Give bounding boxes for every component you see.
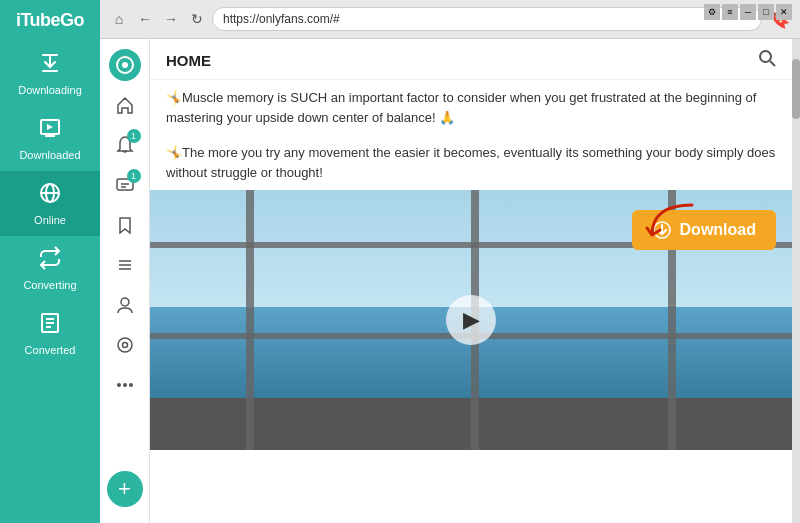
nav-circle[interactable]: [109, 329, 141, 361]
svg-point-22: [117, 383, 121, 387]
page-title: HOME: [166, 52, 211, 69]
back-button[interactable]: ←: [134, 8, 156, 30]
arrow-indicator: [642, 200, 702, 254]
close-button[interactable]: ✕: [776, 4, 792, 20]
main-area: ⚙ ≡ ─ □ ✕ ⌂ ← → ↻ 🔖 1: [100, 0, 800, 523]
downloaded-label: Downloaded: [19, 149, 80, 161]
downloading-icon: [38, 51, 62, 81]
svg-rect-1: [42, 70, 58, 72]
downloading-label: Downloading: [18, 84, 82, 96]
sidebar-item-downloaded[interactable]: Downloaded: [0, 106, 100, 171]
nav-lists[interactable]: [109, 249, 141, 281]
scrollbar[interactable]: [792, 39, 800, 523]
nav-messages[interactable]: 1: [109, 169, 141, 201]
page-header: HOME: [150, 39, 792, 80]
svg-point-20: [118, 338, 132, 352]
play-button[interactable]: ▶: [446, 295, 496, 345]
play-icon: ▶: [463, 307, 480, 333]
content-area: 1 1 + HOME: [100, 39, 800, 523]
svg-point-19: [121, 298, 129, 306]
scrollbar-thumb[interactable]: [792, 59, 800, 119]
messages-badge: 1: [127, 169, 141, 183]
forward-button[interactable]: →: [160, 8, 182, 30]
sidebar-item-downloading[interactable]: Downloading: [0, 41, 100, 106]
svg-point-21: [122, 343, 127, 348]
svg-point-14: [122, 62, 128, 68]
web-content: HOME 🤸Muscle memory is SUCH an important…: [150, 39, 792, 523]
post-text-2: 🤸The more you try any movement the easie…: [150, 135, 792, 190]
notification-badge: 1: [127, 129, 141, 143]
converting-label: Converting: [23, 279, 76, 291]
app-logo: iTubeGo: [16, 10, 84, 31]
menu-button[interactable]: ≡: [722, 4, 738, 20]
gear-button[interactable]: ⚙: [704, 4, 720, 20]
window-vframe-1: [246, 190, 254, 450]
svg-marker-5: [47, 124, 53, 130]
nav-more[interactable]: [109, 369, 141, 401]
svg-point-24: [129, 383, 133, 387]
nav-bookmarks[interactable]: [109, 209, 141, 241]
minimize-button[interactable]: ─: [740, 4, 756, 20]
sidebar-item-online[interactable]: Online: [0, 171, 100, 236]
search-icon[interactable]: [758, 49, 776, 71]
svg-point-23: [123, 383, 127, 387]
converting-icon: [38, 246, 62, 276]
nav-home-circle[interactable]: [109, 49, 141, 81]
refresh-button[interactable]: ↻: [186, 8, 208, 30]
nav-notifications[interactable]: 1: [109, 129, 141, 161]
svg-point-25: [760, 51, 771, 62]
sidebar-item-converted[interactable]: Converted: [0, 301, 100, 366]
sidebar: iTubeGo Downloading Downloaded Online Co…: [0, 0, 100, 523]
left-nav: 1 1 +: [100, 39, 150, 523]
converted-icon: [38, 311, 62, 341]
video-container[interactable]: Download ▶: [150, 190, 792, 450]
url-input[interactable]: [212, 7, 762, 31]
sidebar-item-converting[interactable]: Converting: [0, 236, 100, 301]
browser-bar: ⚙ ≡ ─ □ ✕ ⌂ ← → ↻ 🔖: [100, 0, 800, 39]
add-button[interactable]: +: [107, 471, 143, 507]
converted-label: Converted: [25, 344, 76, 356]
nav-home[interactable]: [109, 89, 141, 121]
svg-line-26: [770, 61, 775, 66]
window-controls: ⚙ ≡ ─ □ ✕: [704, 4, 792, 20]
svg-rect-0: [42, 54, 58, 56]
home-button[interactable]: ⌂: [108, 8, 130, 30]
online-icon: [38, 181, 62, 211]
post-text-1: 🤸Muscle memory is SUCH an important fact…: [150, 80, 792, 135]
online-label: Online: [34, 214, 66, 226]
restore-button[interactable]: □: [758, 4, 774, 20]
downloaded-icon: [38, 116, 62, 146]
nav-profile[interactable]: [109, 289, 141, 321]
